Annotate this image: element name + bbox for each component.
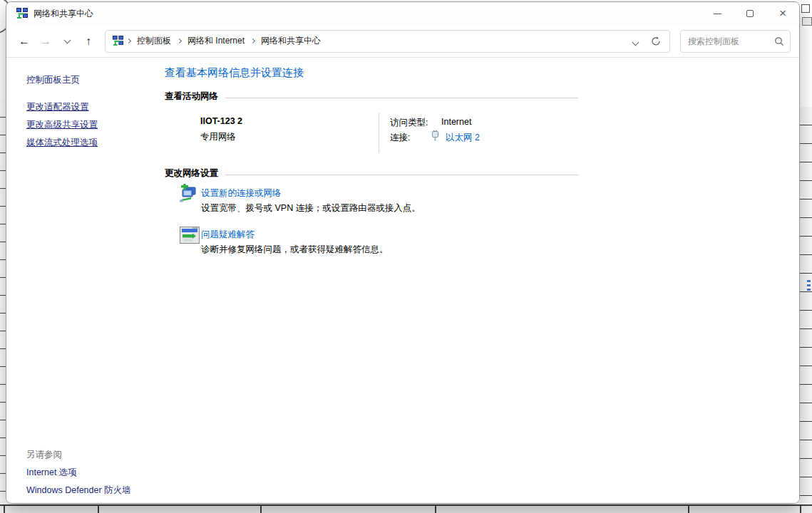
sidebar-item-change-adapter-settings[interactable]: 更改适配器设置 bbox=[26, 101, 89, 113]
refresh-button[interactable] bbox=[651, 36, 661, 46]
search-icon bbox=[774, 36, 784, 46]
background-table-fragment bbox=[0, 504, 812, 513]
background-window-fragment bbox=[800, 107, 812, 503]
new-connection-icon bbox=[178, 184, 200, 205]
arrow-left-icon: ← bbox=[19, 35, 30, 48]
arrow-up-icon: ↑ bbox=[86, 35, 91, 48]
background-window-fragment bbox=[801, 4, 810, 13]
connection-label: 连接: bbox=[390, 132, 410, 144]
setup-new-connection-desc: 设置宽带、拨号或 VPN 连接；或设置路由器或接入点。 bbox=[201, 202, 421, 214]
sidebar-item-advanced-sharing-settings[interactable]: 更改高级共享设置 bbox=[26, 119, 98, 131]
maximize-button[interactable] bbox=[734, 2, 766, 25]
back-button[interactable]: ← bbox=[14, 31, 35, 52]
up-button[interactable]: ↑ bbox=[78, 31, 99, 52]
sidebar-item-media-streaming-options[interactable]: 媒体流式处理选项 bbox=[26, 137, 98, 149]
section-change-settings-title: 更改网络设置 bbox=[165, 167, 218, 180]
troubleshoot-icon bbox=[180, 227, 200, 245]
app-network-icon bbox=[16, 8, 28, 19]
ethernet-plug-icon bbox=[431, 130, 439, 141]
titlebar: 网络和共享中心 × bbox=[6, 2, 799, 25]
sidebar-item-windows-defender-firewall[interactable]: Windows Defender 防火墙 bbox=[26, 484, 131, 497]
breadcrumb-network-internet[interactable]: 网络和 Internet bbox=[185, 35, 247, 47]
troubleshoot-desc: 诊断并修复网络问题，或者获得疑难解答信息。 bbox=[201, 244, 389, 256]
arrow-right-icon: → bbox=[40, 35, 51, 48]
chevron-right-icon bbox=[174, 39, 185, 43]
breadcrumb-network-sharing-center[interactable]: 网络和共享中心 bbox=[258, 35, 324, 47]
recent-locations-button[interactable] bbox=[56, 31, 78, 52]
access-type-label: 访问类型: bbox=[390, 117, 428, 129]
close-button[interactable]: × bbox=[766, 2, 799, 25]
network-name: IIOT-123 2 bbox=[200, 116, 242, 126]
content-area: 控制面板主页 更改适配器设置 更改高级共享设置 媒体流式处理选项 另请参阅 In… bbox=[6, 58, 799, 503]
see-also-header: 另请参阅 bbox=[26, 449, 62, 461]
chevron-down-icon bbox=[632, 38, 639, 46]
background-window-fragment bbox=[807, 280, 811, 291]
refresh-icon bbox=[651, 36, 661, 46]
chevron-right-icon bbox=[123, 39, 134, 43]
address-dropdown-button[interactable] bbox=[633, 35, 638, 48]
section-change-settings: 更改网络设置 bbox=[165, 167, 578, 180]
chevron-down-icon bbox=[63, 36, 71, 43]
section-active-networks-title: 查看活动网络 bbox=[165, 90, 218, 103]
navigation-toolbar: ← → ↑ 控制面板 网络和 Internet 网络和共享中心 bbox=[6, 25, 799, 58]
troubleshoot-link[interactable]: 问题疑难解答 bbox=[201, 229, 255, 241]
address-bar[interactable]: 控制面板 网络和 Internet 网络和共享中心 bbox=[105, 30, 670, 53]
search-input[interactable] bbox=[688, 36, 774, 46]
connection-link[interactable]: 以太网 2 bbox=[446, 132, 480, 144]
background-window-fragment bbox=[802, 17, 812, 26]
section-rule bbox=[225, 98, 578, 98]
sidebar-item-internet-options[interactable]: Internet 选项 bbox=[26, 467, 77, 479]
network-type: 专用网络 bbox=[200, 131, 236, 143]
section-rule bbox=[225, 175, 578, 175]
access-type-value: Internet bbox=[441, 117, 471, 127]
breadcrumb-network-icon bbox=[113, 36, 123, 46]
network-sharing-center-window: 网络和共享中心 × ← → ↑ 控制面板 网络和 Inte bbox=[6, 1, 800, 504]
minimize-button[interactable] bbox=[701, 2, 734, 25]
close-icon: × bbox=[779, 6, 786, 21]
background-window-fragment bbox=[0, 100, 6, 503]
forward-button[interactable]: → bbox=[35, 31, 56, 52]
setup-new-connection-link[interactable]: 设置新的连接或网络 bbox=[201, 187, 282, 200]
minimize-icon bbox=[714, 14, 721, 14]
window-title: 网络和共享中心 bbox=[34, 8, 701, 20]
maximize-icon bbox=[746, 10, 754, 17]
page-title: 查看基本网络信息并设置连接 bbox=[165, 66, 304, 80]
breadcrumb-control-panel[interactable]: 控制面板 bbox=[134, 35, 174, 47]
vertical-divider bbox=[379, 113, 379, 152]
search-box[interactable] bbox=[680, 30, 791, 53]
sidebar-item-control-panel-home[interactable]: 控制面板主页 bbox=[26, 74, 80, 86]
chevron-right-icon bbox=[247, 39, 258, 43]
section-active-networks: 查看活动网络 bbox=[165, 90, 578, 103]
